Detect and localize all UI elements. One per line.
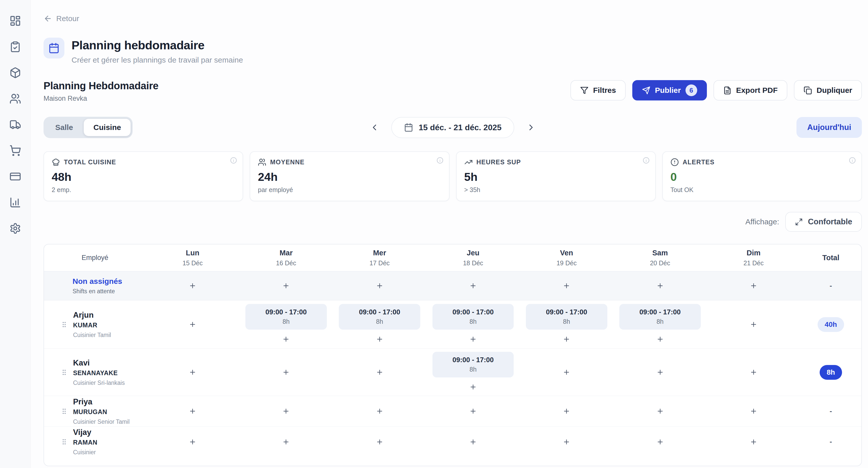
shift-duration: 8h xyxy=(247,318,325,325)
shift-chip[interactable]: 09:00 - 17:008h xyxy=(339,304,420,330)
unassigned-title: Non assignés xyxy=(72,277,122,286)
schedule-body: Non assignésShifts en attente-ArjunKUMAR… xyxy=(44,271,861,457)
add-shift-button[interactable] xyxy=(187,367,198,378)
back-link[interactable]: Retour xyxy=(43,14,79,23)
employee-last-name: KUMAR xyxy=(73,322,111,329)
add-shift-button[interactable] xyxy=(280,333,292,345)
next-week-button[interactable] xyxy=(524,121,537,134)
sidebar-item-products[interactable] xyxy=(7,65,23,81)
day-name: Dim xyxy=(707,249,800,257)
add-shift-button[interactable] xyxy=(187,436,198,448)
add-shift-button[interactable] xyxy=(467,280,479,292)
drag-handle-icon[interactable] xyxy=(60,437,68,447)
add-shift-button[interactable] xyxy=(561,280,572,292)
display-mode-button[interactable]: Confortable xyxy=(785,212,862,232)
add-shift-button[interactable] xyxy=(654,280,666,292)
add-shift-button[interactable] xyxy=(654,367,666,378)
add-shift-button[interactable] xyxy=(280,280,292,292)
shift-cell-lun xyxy=(146,364,239,381)
total-cell: - xyxy=(800,438,861,446)
shift-cell-jeu xyxy=(426,277,520,295)
shift-chip[interactable]: 09:00 - 17:008h xyxy=(245,304,327,330)
day-date: 15 Déc xyxy=(146,260,239,267)
shift-time: 09:00 - 17:00 xyxy=(247,308,325,316)
sidebar-item-dashboard[interactable] xyxy=(7,13,23,29)
add-shift-button[interactable] xyxy=(374,333,385,345)
sidebar-item-tasks[interactable] xyxy=(7,39,23,55)
add-shift-button[interactable] xyxy=(187,280,198,292)
date-range-button[interactable]: 15 déc. - 21 déc. 2025 xyxy=(391,117,515,138)
add-shift-button[interactable] xyxy=(654,333,666,345)
export-pdf-button[interactable]: Export PDF xyxy=(713,80,787,100)
shift-chip[interactable]: 09:00 - 17:008h xyxy=(432,352,514,377)
sidebar-item-orders[interactable] xyxy=(7,142,23,159)
add-shift-button[interactable] xyxy=(187,405,198,417)
sidebar-item-team[interactable] xyxy=(7,91,23,107)
alert-circle-icon xyxy=(671,158,679,166)
column-header-jeu: Jeu18 Déc xyxy=(426,249,520,267)
add-shift-button[interactable] xyxy=(561,405,572,417)
add-shift-button[interactable] xyxy=(748,405,759,417)
duplicate-button[interactable]: Dupliquer xyxy=(794,80,862,100)
add-shift-button[interactable] xyxy=(374,436,385,448)
toggle-option-salle[interactable]: Salle xyxy=(45,119,83,136)
shift-chip[interactable]: 09:00 - 17:008h xyxy=(432,304,514,330)
add-shift-button[interactable] xyxy=(748,436,759,448)
employee-cell: VijayRAMANCuisinier xyxy=(44,428,146,456)
display-mode-label: Confortable xyxy=(808,217,852,226)
day-name: Mar xyxy=(239,249,333,257)
display-row: Affichage: Confortable xyxy=(43,212,862,232)
shift-cell-jeu: 09:00 - 17:008h xyxy=(426,349,520,396)
day-date: 21 Déc xyxy=(707,260,800,267)
add-shift-button[interactable] xyxy=(280,405,292,417)
sidebar-item-deliveries[interactable] xyxy=(7,116,23,133)
add-shift-button[interactable] xyxy=(748,319,759,330)
previous-week-button[interactable] xyxy=(368,121,381,134)
shift-cell-sam xyxy=(613,277,707,295)
add-shift-button[interactable] xyxy=(561,436,572,448)
add-shift-button[interactable] xyxy=(374,367,385,378)
bar-chart-icon xyxy=(9,197,21,208)
sidebar-item-reports[interactable] xyxy=(7,194,23,211)
info-icon[interactable] xyxy=(849,157,856,164)
shift-chip[interactable]: 09:00 - 17:008h xyxy=(526,304,607,330)
gear-icon xyxy=(9,223,21,234)
shift-cell-mar xyxy=(239,277,333,295)
info-icon[interactable] xyxy=(230,157,237,164)
add-shift-button[interactable] xyxy=(467,436,479,448)
unassigned-row: Non assignésShifts en attente- xyxy=(44,271,861,300)
add-shift-button[interactable] xyxy=(374,280,385,292)
add-shift-button[interactable] xyxy=(561,333,572,345)
toggle-option-cuisine[interactable]: Cuisine xyxy=(84,119,131,136)
sidebar-item-payments[interactable] xyxy=(7,168,23,185)
shift-cell-sam xyxy=(613,402,707,420)
info-icon[interactable] xyxy=(643,157,650,164)
add-shift-button[interactable] xyxy=(187,319,198,330)
drag-handle-icon[interactable] xyxy=(60,367,68,377)
add-shift-button[interactable] xyxy=(280,367,292,378)
today-button[interactable]: Aujourd'hui xyxy=(797,117,862,138)
add-shift-button[interactable] xyxy=(467,381,479,393)
arrow-left-icon xyxy=(43,14,52,23)
add-shift-button[interactable] xyxy=(748,367,759,378)
drag-handle-icon[interactable] xyxy=(60,406,68,416)
drag-handle-icon[interactable] xyxy=(60,320,68,330)
employee-name-block: ArjunKUMARCuisinier Tamil xyxy=(73,310,111,338)
employee-name-block: VijayRAMANCuisinier xyxy=(73,428,97,456)
filters-button[interactable]: Filtres xyxy=(570,80,626,100)
add-shift-button[interactable] xyxy=(654,405,666,417)
shift-chip[interactable]: 09:00 - 17:008h xyxy=(619,304,701,330)
add-shift-button[interactable] xyxy=(561,367,572,378)
shift-cell-ven: 09:00 - 17:008h xyxy=(520,301,613,348)
add-shift-button[interactable] xyxy=(374,405,385,417)
publish-button[interactable]: Publier 6 xyxy=(632,80,707,100)
export-pdf-label: Export PDF xyxy=(736,86,778,95)
add-shift-button[interactable] xyxy=(748,280,759,292)
sidebar-item-settings[interactable] xyxy=(7,220,23,237)
add-shift-button[interactable] xyxy=(467,405,479,417)
add-shift-button[interactable] xyxy=(467,333,479,345)
info-icon[interactable] xyxy=(437,157,443,164)
add-shift-button[interactable] xyxy=(654,436,666,448)
add-shift-button[interactable] xyxy=(280,436,292,448)
date-range-label: 15 déc. - 21 déc. 2025 xyxy=(419,123,502,132)
